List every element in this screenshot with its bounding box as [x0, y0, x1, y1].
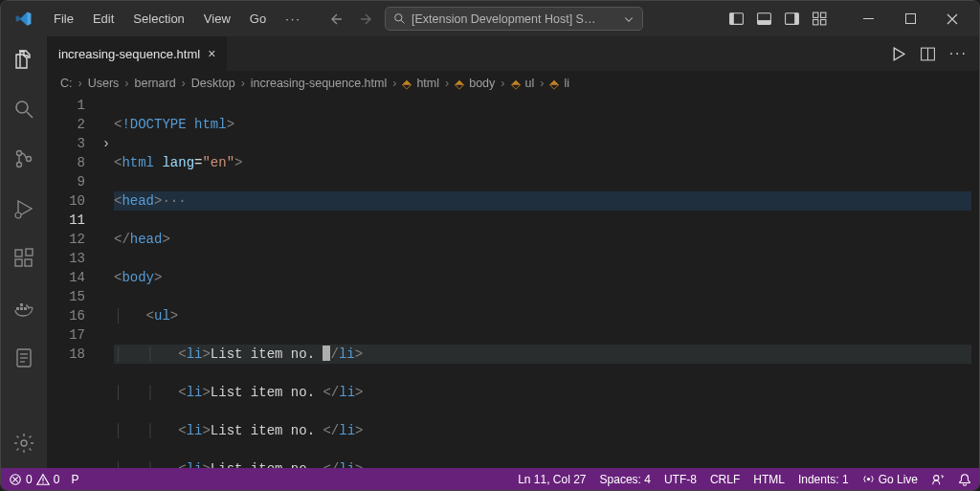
- status-encoding[interactable]: UTF-8: [664, 473, 697, 486]
- status-cursor-position[interactable]: Ln 11, Col 27: [518, 473, 586, 486]
- svg-rect-21: [15, 259, 22, 266]
- command-center-label: [Extension Development Host] S…: [412, 12, 617, 26]
- warning-icon: [36, 473, 50, 486]
- nav-forward-icon[interactable]: [358, 11, 373, 27]
- activity-source-control-icon[interactable]: [1, 144, 47, 174]
- nav-back-icon[interactable]: [329, 11, 345, 27]
- activity-bar: [1, 36, 47, 468]
- layout-sidebar-right-icon[interactable]: [784, 11, 800, 27]
- svg-line-15: [27, 112, 33, 118]
- breadcrumb-segment[interactable]: Users: [88, 77, 120, 90]
- editor-group: increasing-sequence.html × ··· C: › User…: [47, 36, 979, 468]
- activity-snapcode-icon[interactable]: [1, 343, 47, 373]
- svg-point-16: [17, 151, 22, 156]
- body-area: increasing-sequence.html × ··· C: › User…: [1, 36, 979, 468]
- tab-increasing-sequence[interactable]: increasing-sequence.html ×: [47, 36, 228, 71]
- breadcrumb-segment[interactable]: C:: [60, 77, 73, 90]
- status-feedback-icon[interactable]: [931, 473, 945, 486]
- svg-line-1: [401, 20, 404, 23]
- vscode-logo-icon: [11, 7, 35, 32]
- symbol-icon: ⬘: [402, 77, 412, 91]
- layout-panel-icon[interactable]: [756, 11, 772, 27]
- menu-edit[interactable]: Edit: [84, 8, 122, 30]
- symbol-icon: ⬘: [455, 77, 464, 91]
- window-maximize-icon[interactable]: [889, 5, 931, 33]
- breadcrumb[interactable]: C: › Users › bernard › Desktop › increas…: [47, 71, 979, 96]
- breadcrumb-symbol[interactable]: ⬘html: [402, 77, 439, 91]
- editor-tabs: increasing-sequence.html × ···: [47, 36, 979, 71]
- broadcast-icon: [862, 473, 875, 485]
- chevron-right-icon: ›: [78, 77, 82, 90]
- svg-rect-23: [26, 249, 33, 256]
- svg-rect-3: [730, 13, 734, 25]
- command-center[interactable]: [Extension Development Host] S…: [385, 7, 643, 31]
- activity-extensions-icon[interactable]: [1, 243, 47, 274]
- chevron-right-icon: ›: [241, 77, 245, 90]
- breadcrumb-segment[interactable]: increasing-sequence.html: [251, 77, 387, 90]
- chevron-right-icon: ›: [182, 77, 186, 90]
- svg-rect-24: [16, 307, 19, 310]
- menu-selection[interactable]: Selection: [124, 8, 192, 30]
- tab-close-icon[interactable]: ×: [208, 46, 215, 61]
- menu-file[interactable]: File: [45, 8, 82, 30]
- fold-collapsed-icon[interactable]: ›: [99, 134, 114, 153]
- activity-search-icon[interactable]: [1, 94, 47, 124]
- split-editor-icon[interactable]: [920, 46, 936, 62]
- status-go-live[interactable]: Go Live: [862, 473, 918, 486]
- code-editor[interactable]: 1 2 3 8 9 10 11 12 13 14 15 16 17 18: [47, 96, 979, 468]
- breadcrumb-segment[interactable]: bernard: [135, 77, 176, 90]
- activity-settings-gear-icon[interactable]: [1, 428, 47, 458]
- run-file-icon[interactable]: [890, 46, 906, 62]
- svg-rect-27: [20, 303, 23, 306]
- chevron-right-icon: ›: [445, 77, 449, 90]
- activity-docker-icon[interactable]: [1, 293, 47, 324]
- code-content[interactable]: <!DOCTYPE html> <html lang="en"> <head>·…: [114, 96, 971, 468]
- status-port[interactable]: P: [71, 473, 78, 486]
- vscode-window: File Edit Selection View Go ··· [Extensi…: [0, 0, 980, 491]
- status-indent[interactable]: Spaces: 4: [600, 473, 651, 486]
- chevron-right-icon: ›: [540, 77, 544, 90]
- svg-point-19: [15, 212, 21, 218]
- window-minimize-icon[interactable]: [847, 5, 889, 33]
- window-close-icon[interactable]: [931, 5, 973, 33]
- svg-rect-7: [794, 13, 798, 25]
- status-eol[interactable]: CRLF: [710, 473, 740, 486]
- chevron-down-icon: [623, 13, 635, 25]
- breadcrumb-segment[interactable]: Desktop: [191, 77, 235, 90]
- breadcrumb-symbol[interactable]: ⬘body: [455, 77, 495, 91]
- breadcrumb-symbol[interactable]: ⬘ul: [511, 77, 535, 91]
- svg-point-37: [42, 481, 43, 482]
- layout-sidebar-left-icon[interactable]: [728, 11, 745, 27]
- editor-more-icon[interactable]: ···: [949, 45, 968, 62]
- svg-point-38: [867, 478, 870, 480]
- svg-rect-5: [758, 20, 771, 24]
- activity-run-debug-icon[interactable]: [1, 193, 47, 224]
- activity-explorer-icon[interactable]: [1, 44, 47, 75]
- status-bell-icon[interactable]: [958, 473, 971, 486]
- breadcrumb-symbol[interactable]: ⬘li: [549, 77, 569, 91]
- status-indents[interactable]: Indents: 1: [798, 473, 849, 486]
- svg-rect-11: [821, 20, 826, 25]
- svg-rect-8: [813, 12, 818, 17]
- svg-rect-26: [24, 307, 27, 310]
- menu-overflow[interactable]: ···: [277, 8, 310, 30]
- svg-point-14: [16, 101, 28, 113]
- svg-point-32: [21, 440, 27, 446]
- status-problems[interactable]: 0 0: [9, 473, 59, 486]
- svg-point-18: [27, 157, 32, 162]
- svg-rect-9: [821, 12, 826, 17]
- chevron-right-icon: ›: [501, 77, 504, 90]
- customize-layout-icon[interactable]: [812, 11, 828, 27]
- minimap[interactable]: [971, 96, 979, 468]
- fold-gutter: ›: [99, 96, 114, 468]
- status-language[interactable]: HTML: [753, 473, 785, 486]
- line-number-gutter: 1 2 3 8 9 10 11 12 13 14 15 16 17 18: [47, 96, 99, 468]
- status-bar: 0 0 P Ln 11, Col 27 Spaces: 4 UTF-8 CRLF…: [1, 468, 979, 490]
- chevron-right-icon: ›: [124, 77, 128, 90]
- svg-rect-22: [25, 259, 32, 266]
- menu-go[interactable]: Go: [241, 8, 275, 30]
- error-icon: [9, 473, 22, 486]
- svg-rect-20: [15, 250, 22, 257]
- menu-view[interactable]: View: [195, 8, 239, 30]
- symbol-icon: ⬘: [511, 77, 521, 91]
